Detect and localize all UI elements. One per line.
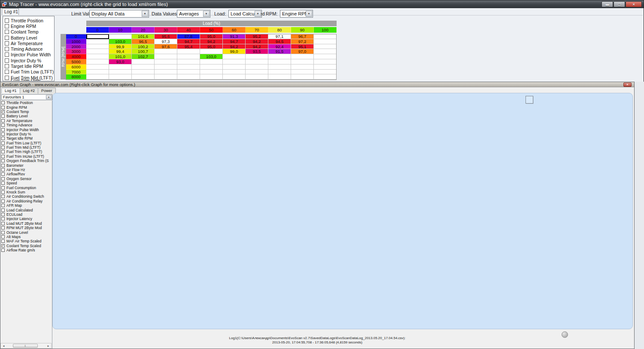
grid-cell[interactable]	[132, 70, 155, 75]
grid-cell[interactable]	[314, 74, 337, 80]
list-item[interactable]: Octane Level	[0, 230, 52, 234]
grid-cell[interactable]	[86, 49, 109, 54]
rpm-dropdown[interactable]: Engine RPM ▼	[280, 10, 313, 18]
grid-cell[interactable]	[268, 74, 291, 80]
list-item[interactable]: Injector Latency	[0, 217, 52, 221]
graph-channel-list[interactable]: Throttle PositionEngine RPM✓Coolant Temp…	[0, 101, 52, 349]
grid-cell[interactable]	[291, 74, 314, 80]
grid-cell[interactable]: 94,2	[223, 44, 246, 49]
grid-cell[interactable]	[177, 70, 200, 75]
grid-cell[interactable]: 97,2	[291, 39, 314, 44]
grid-cell[interactable]	[132, 64, 155, 70]
chevron-down-icon[interactable]: ▼	[142, 11, 148, 17]
list-item[interactable]: Engine RPM	[3, 23, 54, 29]
list-item[interactable]: Coolant Temp	[3, 29, 54, 35]
grid-cell[interactable]	[246, 64, 268, 70]
grid-cell[interactable]	[223, 54, 246, 59]
grid-cell[interactable]	[314, 59, 337, 64]
list-item[interactable]: Airflow Rate gm/s	[0, 248, 52, 252]
checkbox[interactable]	[5, 24, 9, 28]
grid-cell[interactable]	[291, 64, 314, 70]
checkbox[interactable]	[1, 222, 5, 225]
grid-cell[interactable]	[268, 70, 291, 75]
list-item[interactable]: Fuel Trim Mid (LTFT)	[0, 145, 52, 150]
grid-cell[interactable]: 91,3	[223, 34, 246, 39]
list-item[interactable]: Target Idle RPM	[3, 63, 54, 69]
list-item[interactable]: Injector Duty %	[0, 132, 52, 136]
grid-cell[interactable]	[314, 49, 337, 54]
checkbox[interactable]	[5, 58, 9, 63]
checkbox[interactable]	[1, 159, 5, 162]
checkbox[interactable]	[1, 239, 5, 243]
list-item[interactable]: Battery Level	[3, 35, 54, 40]
list-item[interactable]: Air Temperature	[0, 119, 52, 123]
checkbox[interactable]	[1, 137, 5, 140]
tab-log1[interactable]: Log #1	[2, 8, 19, 15]
checkbox[interactable]	[1, 195, 5, 198]
checkbox[interactable]	[1, 132, 5, 136]
grid-cell[interactable]	[155, 70, 177, 75]
grid-cell[interactable]: 103,0	[109, 39, 132, 44]
grid-cell[interactable]: 100,7	[132, 49, 155, 54]
checkbox[interactable]	[1, 248, 5, 252]
list-item[interactable]: ✓Coolant Temp	[0, 110, 52, 114]
channel-listbox[interactable]: Throttle PositionEngine RPMCoolant TempB…	[3, 16, 55, 81]
tab-log2[interactable]: Log #2	[20, 88, 39, 94]
list-item[interactable]: Load Calculated	[0, 208, 52, 212]
list-item[interactable]: Alt Maps	[0, 235, 52, 239]
grid-cell[interactable]	[246, 70, 268, 75]
checkbox[interactable]: ✓	[1, 244, 5, 248]
checkbox[interactable]	[1, 101, 5, 104]
resize-grip-icon[interactable]	[562, 331, 568, 338]
checkbox[interactable]	[1, 114, 5, 118]
checkbox[interactable]	[5, 52, 9, 57]
grid-cell[interactable]	[155, 64, 177, 70]
checkbox[interactable]	[5, 76, 9, 80]
list-item[interactable]: RPM MUT 2Byte Mod	[0, 226, 52, 230]
grid-cell[interactable]	[200, 74, 223, 80]
grid-cell[interactable]	[86, 74, 109, 80]
checkbox[interactable]	[5, 30, 9, 34]
map-tracer-titlebar[interactable]: Map Tracer - www.evoscan.com (right-clic…	[0, 0, 644, 8]
list-item[interactable]: Injector Pulse Width	[0, 127, 52, 132]
minimize-icon[interactable]: ▬	[601, 1, 613, 7]
grid-cell[interactable]	[314, 54, 337, 59]
list-item[interactable]: Target Idle RPM	[0, 136, 52, 141]
grid-cell[interactable]: 94,7	[223, 39, 246, 44]
scrollbar-thumb[interactable]: ⦀	[13, 344, 38, 348]
grid-cell[interactable]	[155, 59, 177, 64]
grid-cell[interactable]: 94,5	[268, 39, 291, 44]
grid-cell[interactable]: 99,0	[223, 49, 246, 54]
grid-cell[interactable]: 95,1	[291, 44, 314, 49]
grid-cell[interactable]	[200, 49, 223, 54]
checkbox[interactable]	[1, 208, 5, 212]
list-item[interactable]: Knock Sum	[0, 190, 52, 194]
checkbox[interactable]	[1, 213, 5, 216]
graph-titlebar[interactable]: EvoScan Graph - www.evoscan.com (Right-c…	[0, 82, 634, 87]
list-item[interactable]: Oxygen Sensor	[0, 177, 52, 181]
list-item[interactable]: Timing Advance	[0, 123, 52, 127]
grid-cell[interactable]: 92,4	[268, 44, 291, 49]
list-item[interactable]: Fuel Trim Low (LTFT)	[3, 69, 54, 75]
grid-cell[interactable]	[314, 64, 337, 70]
close-icon[interactable]: ✕	[626, 1, 642, 7]
grid-cell[interactable]	[246, 54, 268, 59]
grid-cell[interactable]: 95,0	[200, 44, 223, 49]
list-item[interactable]: Battery Level	[0, 114, 52, 118]
grid-cell[interactable]	[268, 54, 291, 59]
checkbox[interactable]	[5, 41, 9, 46]
checkbox[interactable]	[1, 177, 5, 181]
limit-values-dropdown[interactable]: Display All Data ▼	[89, 10, 149, 18]
list-item[interactable]: Barometer	[0, 163, 52, 167]
grid-cell[interactable]	[86, 44, 109, 49]
grid-cell[interactable]	[268, 59, 291, 64]
grid-cell[interactable]: 94,7	[177, 39, 200, 44]
grid-cell[interactable]: 97,0	[291, 49, 314, 54]
list-item[interactable]: Air Conditioning Relay	[0, 199, 52, 203]
list-item[interactable]: Air Conditioning Switch	[0, 194, 52, 199]
list-item[interactable]: Injector Duty %	[3, 58, 54, 63]
grid-cell[interactable]: 103,0	[200, 54, 223, 59]
load-dropdown[interactable]: Load Calculated ▼	[228, 10, 262, 18]
checkbox[interactable]	[1, 141, 5, 145]
checkbox[interactable]	[1, 235, 5, 239]
